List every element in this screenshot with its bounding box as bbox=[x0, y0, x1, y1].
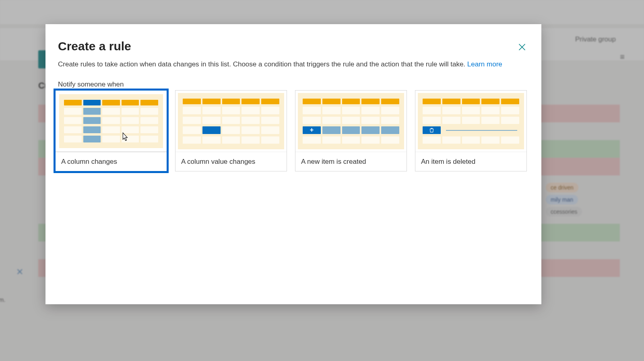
rule-card-label: A column value changes bbox=[175, 152, 287, 171]
create-rule-dialog: Create a rule Create rules to take actio… bbox=[45, 24, 541, 304]
close-icon bbox=[518, 43, 526, 51]
rule-card-label: A new item is created bbox=[295, 152, 407, 171]
close-button[interactable] bbox=[514, 39, 530, 55]
rule-card-column-changes[interactable]: A column changes bbox=[55, 90, 167, 171]
rule-card-thumb bbox=[418, 93, 524, 149]
notify-section-label: Notify someone when bbox=[58, 80, 124, 89]
rule-card-thumb: + bbox=[298, 93, 404, 149]
rule-card-column-value-changes[interactable]: A column value changes bbox=[175, 90, 287, 171]
rule-card-item-created[interactable]: + A new item is created bbox=[295, 90, 407, 171]
plus-icon: + bbox=[303, 126, 321, 134]
learn-more-link[interactable]: Learn more bbox=[467, 60, 502, 68]
rule-card-thumb bbox=[178, 93, 284, 149]
rule-card-thumb bbox=[59, 94, 163, 148]
dialog-title: Create a rule bbox=[58, 39, 131, 53]
rule-card-item-deleted[interactable]: An item is deleted bbox=[415, 90, 527, 171]
rule-card-label: An item is deleted bbox=[415, 152, 526, 171]
dialog-subtitle: Create rules to take action when data ch… bbox=[58, 60, 502, 68]
rule-card-label: A column changes bbox=[56, 152, 167, 171]
trash-icon bbox=[423, 126, 441, 134]
rule-type-cards: A column changes A column value changes bbox=[55, 90, 532, 171]
